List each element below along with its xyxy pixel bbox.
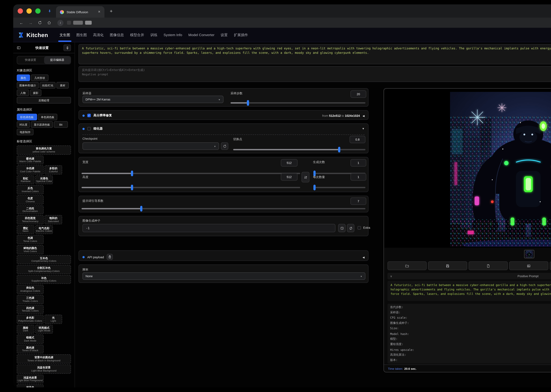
file-icon[interactable] <box>469 261 508 270</box>
close-window-button[interactable] <box>18 8 23 14</box>
tab-close-icon[interactable]: ✕ <box>98 10 101 14</box>
pin-button[interactable] <box>64 44 71 51</box>
attribute-select-button[interactable]: 单色调色板 <box>38 114 57 120</box>
negative-prompt-textarea[interactable]: 反向提示词(按Ctrl+Enter或Alt+Enter生成) Negative … <box>78 66 551 82</box>
api-copy-clipboard-icon[interactable] <box>106 254 113 260</box>
back-button[interactable]: ← <box>19 21 23 25</box>
cfg-value-box[interactable]: 7 <box>350 197 366 205</box>
tag-button[interactable]: 黄色调色方案 yellow color scheme <box>17 145 71 154</box>
tag-button[interactable]: 四色视觉 Tetrachromacy <box>17 215 44 224</box>
random-seed-dice-button[interactable] <box>338 224 346 232</box>
sidebar-mode-toggle[interactable]: 快速设置 <box>17 56 44 64</box>
generated-image[interactable] <box>450 92 551 247</box>
checkpoint-refresh-button[interactable] <box>221 142 228 150</box>
tag-button[interactable]: 彩虹 Rainbow <box>17 175 34 184</box>
site-info-icon[interactable]: i <box>57 20 64 26</box>
tag-button[interactable]: 分割互补色 Split-Complementary-Colors <box>17 265 71 274</box>
tag-button[interactable]: 背景中的黑色调 Tones of Black in Background <box>17 355 71 364</box>
tag-button[interactable]: 冷色调 Cool Color Palette <box>17 165 44 175</box>
refiner-checkbox[interactable] <box>87 127 91 130</box>
tag-button[interactable]: 三色调 Triadic-Colors <box>17 295 44 304</box>
nav-tab[interactable]: 训练 <box>150 32 157 37</box>
save-icon[interactable] <box>428 261 467 270</box>
nav-tab[interactable]: 文生图 <box>59 32 70 37</box>
tag-button[interactable]: 光 Light <box>44 315 62 324</box>
tag-button[interactable]: 浅蓝色 Light Blue <box>17 385 44 387</box>
tag-button[interactable]: 多色彩 Polychromatic-Colors <box>17 315 44 324</box>
script-dropdown[interactable]: None▼ <box>82 272 365 280</box>
nav-tab[interactable]: 图生图 <box>76 32 87 37</box>
forward-button[interactable]: → <box>29 21 33 25</box>
api-collapse-icon[interactable]: ◀ <box>363 255 365 259</box>
new-tab-button[interactable]: + <box>110 8 113 14</box>
nav-tab[interactable]: 扩展插件 <box>234 32 248 37</box>
nav-tab[interactable]: 高清化 <box>93 32 104 37</box>
minimize-window-button[interactable] <box>27 8 32 14</box>
pinned-tab-icon[interactable] <box>48 9 52 13</box>
tag-button[interactable]: 浅蓝色前景 Light Blue Foreground <box>17 374 44 384</box>
object-select-button[interactable]: 人物 <box>17 90 29 96</box>
tag-button[interactable]: 反色 Inverted Colors <box>17 185 44 194</box>
tag-button[interactable]: 四色调 Tetradic-Colors <box>17 305 44 314</box>
tag-button[interactable]: 电气色彩 Electric Colors <box>35 225 53 234</box>
width-slider[interactable] <box>82 173 300 174</box>
cfg-slider[interactable] <box>82 208 365 209</box>
positive-prompt-header[interactable]: ∨ Positive Prompt <box>388 273 551 280</box>
batch-count-value-box[interactable]: 1 <box>350 159 366 167</box>
collapse-panel-icon[interactable] <box>17 46 21 50</box>
swap-dimensions-button[interactable] <box>302 172 310 182</box>
attribute-select-button[interactable]: 对比度 <box>17 121 30 128</box>
reload-button[interactable] <box>38 21 42 25</box>
tag-button[interactable]: 饱和的 Saturated <box>44 215 62 224</box>
positive-prompt-text[interactable]: A futuristic, sci-fi battle between a ma… <box>388 281 551 301</box>
tag-button[interactable]: 鲜艳的颜色 Vivid Colors <box>17 245 44 254</box>
object-select-button[interactable]: 摄影 <box>30 90 42 96</box>
hires-collapse-icon[interactable]: ◀ <box>363 114 365 117</box>
batch-size-value-box[interactable]: 1 <box>350 173 366 181</box>
checkpoint-dropdown[interactable]: ▼ <box>82 142 219 150</box>
object-select-button[interactable]: 几何形状 <box>31 75 49 81</box>
tag-button[interactable]: 色度 Chroma <box>17 195 44 204</box>
object-select-button[interactable]: 素材 <box>57 82 69 89</box>
folder-icon[interactable] <box>388 261 427 270</box>
steps-slider[interactable] <box>231 102 365 104</box>
tag-button[interactable]: 暖色调 Warm Color Palette <box>17 155 44 164</box>
home-button[interactable] <box>47 21 51 25</box>
attribute-select-button[interactable]: 彩色调色板 <box>17 114 37 120</box>
reuse-seed-button[interactable] <box>347 224 354 232</box>
switch-point-value-box[interactable]: 0.8 <box>350 136 365 143</box>
extra-seed-checkbox[interactable] <box>358 226 361 230</box>
object-select-button[interactable]: 光线/灯光 <box>40 82 56 89</box>
image-thumbnail[interactable] <box>524 250 534 258</box>
tag-button[interactable]: 类似色 Analogous-Colors <box>17 285 44 294</box>
refiner-collapse-icon[interactable]: ▼ <box>362 127 365 130</box>
image-icon[interactable] <box>509 261 548 270</box>
nav-tab[interactable]: System Info <box>163 33 182 37</box>
prompt-textarea[interactable]: A futuristic, sci-fi battle between a ma… <box>78 44 551 64</box>
tag-button[interactable]: 黑色调 Tones of Black <box>17 345 44 354</box>
tag-button[interactable]: 二色性 Dichromatism <box>17 205 44 214</box>
sampler-dropdown[interactable]: DPM++ 2M Karras▼ <box>82 96 224 103</box>
maximize-window-button[interactable] <box>35 8 41 14</box>
object-select-button[interactable]: 后期处理 <box>17 97 71 104</box>
seed-input[interactable]: -1 <box>82 224 335 232</box>
tag-button[interactable]: 光谱色 Spectral Color <box>35 175 53 184</box>
tag-button[interactable]: 互补色 Complimentary-Colors <box>17 255 71 264</box>
tag-button[interactable]: 色调 Tonal Colors <box>17 235 44 244</box>
attribute-select-button[interactable]: Bit <box>54 121 68 128</box>
sidebar-mode-toggle[interactable]: 提示编辑器 <box>44 56 71 64</box>
object-select-button[interactable]: 颜色 <box>17 75 30 81</box>
attribute-select-button[interactable]: 电影制作 <box>17 129 34 135</box>
height-slider[interactable] <box>82 187 300 188</box>
nav-tab[interactable]: Model Converter <box>188 33 214 37</box>
nav-tab[interactable]: 设置 <box>221 32 228 37</box>
tag-button[interactable]: 补色 Supplementary-Colors <box>17 275 71 284</box>
tag-button[interactable]: 暗模式 Dark Mode <box>17 335 44 344</box>
pencil-icon[interactable] <box>550 261 551 270</box>
nav-tab[interactable]: 图像信息 <box>110 32 124 37</box>
tag-button[interactable]: 黑暗 Dark <box>17 325 34 334</box>
width-value-box[interactable]: 512 <box>281 159 297 167</box>
switch-point-slider[interactable] <box>233 149 365 150</box>
hires-checkbox[interactable]: ✓ <box>87 114 91 117</box>
chevron-down-icon[interactable]: ∨ <box>390 274 392 278</box>
